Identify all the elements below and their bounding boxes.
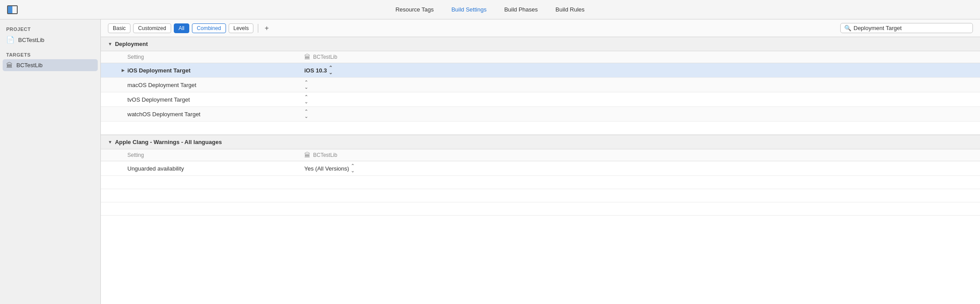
- empty-spacer: [101, 176, 980, 189]
- ios-deployment-label: iOS Deployment Target: [127, 67, 304, 74]
- deployment-section-header: ▼ Deployment: [101, 37, 980, 51]
- search-icon: 🔍: [844, 25, 851, 31]
- window-controls: [7, 5, 18, 14]
- sidebar-item-target[interactable]: 🏛 BCTestLib: [3, 59, 98, 71]
- search-box: 🔍: [840, 23, 973, 33]
- table-row[interactable]: Unguarded availability Yes (All Versions…: [101, 161, 980, 176]
- all-button[interactable]: All: [174, 23, 189, 33]
- apple-clang-section-title: Apple Clang - Warnings - All languages: [115, 139, 222, 145]
- section-collapse-arrow[interactable]: ▼: [108, 42, 112, 46]
- sidebar: PROJECT 📄 BCTestLib TARGETS 🏛 BCTestLib: [0, 19, 101, 304]
- empty-spacer: [101, 189, 980, 202]
- table-row[interactable]: ▶ iOS Deployment Target iOS 10.3 ⌃⌄: [101, 63, 980, 78]
- deployment-section-title: Deployment: [115, 41, 148, 47]
- tab-build-phases[interactable]: Build Phases: [504, 4, 538, 15]
- tvos-deployment-value[interactable]: ⌃⌄: [304, 95, 980, 104]
- document-icon: 📄: [6, 36, 15, 44]
- top-tabs: Resource Tags Build Settings Build Phase…: [395, 4, 585, 15]
- top-bar: Resource Tags Build Settings Build Phase…: [0, 0, 980, 19]
- customized-button[interactable]: Customized: [133, 23, 171, 33]
- column-setting-label: Setting: [101, 54, 304, 60]
- library-column-icon: 🏛: [304, 53, 310, 61]
- levels-button[interactable]: Levels: [229, 23, 254, 33]
- targets-section-title: TARGETS: [0, 50, 100, 59]
- content-area: Basic Customized All Combined Levels + 🔍…: [101, 19, 980, 304]
- clang-column-lib-label: 🏛 BCTestLib: [304, 152, 980, 159]
- basic-button[interactable]: Basic: [108, 23, 130, 33]
- column-lib-label: 🏛 BCTestLib: [304, 53, 980, 61]
- tvos-deployment-label: tvOS Deployment Target: [127, 96, 304, 103]
- sidebar-target-label: BCTestLib: [16, 62, 42, 68]
- library-icon: 🏛: [6, 61, 13, 69]
- tab-build-settings[interactable]: Build Settings: [452, 4, 487, 15]
- table-row[interactable]: macOS Deployment Target ⌃⌄: [101, 78, 980, 92]
- unguarded-stepper[interactable]: ⌃⌄: [351, 163, 355, 173]
- table-row[interactable]: watchOS Deployment Target ⌃⌄: [101, 107, 980, 122]
- main-layout: PROJECT 📄 BCTestLib TARGETS 🏛 BCTestLib …: [0, 19, 980, 304]
- clang-library-icon: 🏛: [304, 152, 310, 159]
- empty-spacer: [101, 202, 980, 216]
- table-content: ▼ Deployment Setting 🏛 BCTestLib ▶ iOS D…: [101, 37, 980, 304]
- add-button[interactable]: +: [263, 24, 270, 32]
- apple-clang-section-header: ▼ Apple Clang - Warnings - All languages: [101, 135, 980, 149]
- clang-column-setting-label: Setting: [101, 152, 304, 158]
- unguarded-value[interactable]: Yes (All Versions) ⌃⌄: [304, 163, 980, 173]
- table-row[interactable]: tvOS Deployment Target ⌃⌄: [101, 92, 980, 107]
- tvos-stepper[interactable]: ⌃⌄: [304, 95, 308, 104]
- macos-stepper[interactable]: ⌃⌄: [304, 80, 308, 90]
- project-section-title: PROJECT: [0, 25, 100, 34]
- watchos-deployment-value[interactable]: ⌃⌄: [304, 109, 980, 119]
- tab-build-rules[interactable]: Build Rules: [555, 4, 585, 15]
- sidebar-project-label: BCTestLib: [18, 37, 44, 43]
- combined-button[interactable]: Combined: [192, 23, 226, 33]
- empty-spacer: [101, 122, 980, 135]
- row-indent: ▶: [101, 68, 127, 72]
- tab-resource-tags[interactable]: Resource Tags: [395, 4, 433, 15]
- watchos-stepper[interactable]: ⌃⌄: [304, 109, 308, 119]
- macos-deployment-label: macOS Deployment Target: [127, 82, 304, 88]
- search-input[interactable]: [854, 25, 960, 31]
- sidebar-item-project[interactable]: 📄 BCTestLib: [0, 34, 100, 46]
- apple-clang-table-header: Setting 🏛 BCTestLib: [101, 149, 980, 161]
- clang-collapse-arrow[interactable]: ▼: [108, 140, 112, 144]
- macos-deployment-value[interactable]: ⌃⌄: [304, 80, 980, 90]
- unguarded-label: Unguarded availability: [127, 165, 304, 172]
- ios-stepper[interactable]: ⌃⌄: [329, 65, 333, 75]
- ios-deployment-value[interactable]: iOS 10.3 ⌃⌄: [304, 65, 980, 75]
- filter-separator: [258, 24, 258, 33]
- deployment-table-header: Setting 🏛 BCTestLib: [101, 51, 980, 63]
- watchos-deployment-label: watchOS Deployment Target: [127, 111, 304, 118]
- window-icon: [7, 5, 18, 14]
- row-expand-arrow[interactable]: ▶: [122, 68, 125, 72]
- filter-bar: Basic Customized All Combined Levels + 🔍: [101, 19, 980, 37]
